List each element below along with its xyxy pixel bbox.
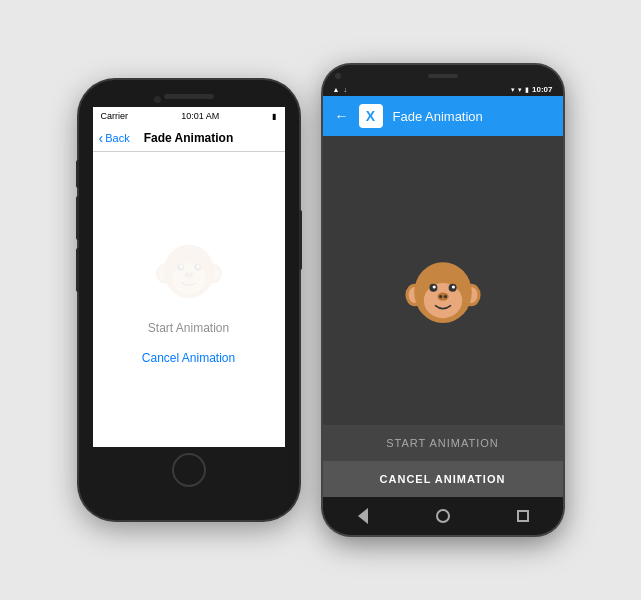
android-app-icon-label: X (366, 108, 375, 124)
android-nav-bar (323, 497, 563, 535)
ios-nav-bar: ‹ Back Fade Animation (93, 125, 285, 152)
android-start-button[interactable]: START ANIMATION (323, 425, 563, 461)
ios-carrier: Carrier (101, 111, 129, 121)
android-app-icon: X (359, 104, 383, 128)
svg-point-12 (189, 273, 192, 276)
android-top-bezel (323, 65, 563, 83)
ios-status-right: ▮ (272, 112, 276, 121)
ios-status-bar: Carrier 10:01 AM ▮ (93, 107, 285, 125)
svg-point-9 (196, 265, 199, 268)
ios-monkey-image (154, 235, 224, 305)
svg-point-24 (439, 295, 442, 298)
ios-home-button[interactable] (172, 453, 206, 487)
android-power-button (562, 165, 563, 215)
ios-cancel-button[interactable]: Cancel Animation (142, 351, 235, 365)
ios-mute-button (76, 160, 79, 188)
android-download-icon: ↓ (343, 86, 347, 93)
ios-volume-up (76, 196, 79, 240)
android-cancel-button[interactable]: CANCEL ANIMATION (323, 461, 563, 497)
ios-phone: Carrier 10:01 AM ▮ ‹ Back Fade Animation (79, 80, 299, 520)
svg-point-11 (185, 273, 188, 276)
android-monkey-image (403, 251, 483, 331)
android-recents-nav-button[interactable] (514, 507, 532, 525)
android-buttons-area: START ANIMATION CANCEL ANIMATION (323, 425, 563, 497)
android-phone: ▲ ↓ ▾ ▾ ▮ 10:07 ← X Fade Animation (323, 65, 563, 535)
android-battery-icon: ▮ (525, 86, 529, 94)
android-alert-icon: ▲ (333, 86, 340, 93)
ios-power-button (299, 210, 302, 270)
android-speaker (428, 74, 458, 78)
ios-content: Start Animation Cancel Animation (93, 152, 285, 447)
ios-front-camera (154, 96, 161, 103)
ios-speaker (164, 94, 214, 99)
android-back-nav-button[interactable] (354, 507, 372, 525)
ios-chevron-icon: ‹ (99, 130, 104, 146)
devices-container: Carrier 10:01 AM ▮ ‹ Back Fade Animation (69, 55, 573, 545)
android-status-right-icons: ▾ ▾ ▮ 10:07 (511, 85, 552, 94)
android-signal-icon: ▾ (518, 86, 522, 94)
svg-point-25 (443, 295, 446, 298)
svg-point-22 (451, 285, 454, 288)
ios-back-button[interactable]: ‹ Back (99, 130, 130, 146)
android-screen: START ANIMATION CANCEL ANIMATION (323, 136, 563, 497)
ios-nav-title: Fade Animation (144, 131, 234, 145)
android-home-nav-icon (436, 509, 450, 523)
android-toolbar: ← X Fade Animation (323, 96, 563, 136)
svg-point-8 (179, 265, 182, 268)
android-status-bar: ▲ ↓ ▾ ▾ ▮ 10:07 (323, 83, 563, 96)
android-front-camera (335, 73, 341, 79)
android-content (403, 156, 483, 425)
android-time: 10:07 (532, 85, 552, 94)
ios-start-button[interactable]: Start Animation (148, 321, 229, 335)
ios-battery-icon: ▮ (272, 112, 276, 121)
svg-point-21 (432, 285, 435, 288)
ios-time: 10:01 AM (181, 111, 219, 121)
android-camera-area (335, 73, 341, 79)
ios-back-label: Back (105, 132, 129, 144)
android-back-button[interactable]: ← (335, 108, 349, 124)
android-recents-nav-icon (517, 510, 529, 522)
ios-volume-down (76, 248, 79, 292)
android-status-left-icons: ▲ ↓ (333, 86, 347, 93)
android-home-nav-button[interactable] (434, 507, 452, 525)
android-wifi-icon: ▾ (511, 86, 515, 94)
ios-screen: Carrier 10:01 AM ▮ ‹ Back Fade Animation (93, 107, 285, 447)
android-back-nav-icon (358, 508, 368, 524)
android-toolbar-title: Fade Animation (393, 109, 483, 124)
